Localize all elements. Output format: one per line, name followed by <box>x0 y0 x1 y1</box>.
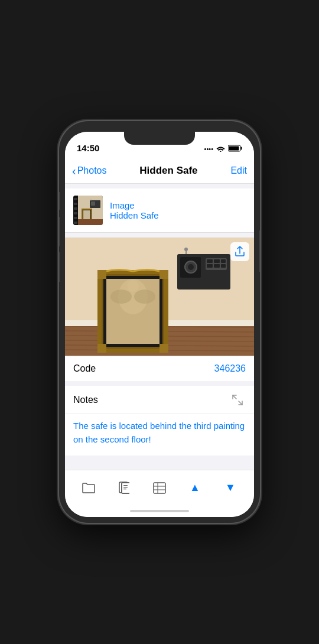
photo-container: Code 346236 <box>65 238 254 381</box>
phone-screen: 14:50 •••• <box>65 132 254 517</box>
code-row: Code 346236 <box>65 356 254 381</box>
home-bar <box>130 510 189 512</box>
notes-label: Notes <box>73 395 98 405</box>
svg-rect-2 <box>241 147 242 150</box>
code-value: 346236 <box>214 363 246 374</box>
thumbnail <box>73 196 103 225</box>
svg-rect-50 <box>97 270 106 279</box>
share-button[interactable] <box>230 242 249 261</box>
up-arrow-icon: ▲ <box>190 482 200 494</box>
signal-icon: •••• <box>204 145 213 152</box>
svg-rect-37 <box>207 264 213 268</box>
svg-rect-6 <box>74 198 77 200</box>
side-volume-down-button <box>59 252 60 282</box>
down-button[interactable]: ▼ <box>219 476 242 500</box>
svg-point-29 <box>184 248 188 251</box>
notes-header: Notes <box>65 386 254 414</box>
svg-point-49 <box>134 290 155 304</box>
svg-point-15 <box>90 200 92 201</box>
down-arrow-icon: ▼ <box>225 482 236 494</box>
back-button[interactable]: ‹ Photos <box>72 165 106 177</box>
svg-rect-64 <box>123 487 128 487</box>
phone-shell: 14:50 •••• <box>59 121 260 523</box>
nav-title: Hidden Safe <box>139 165 197 177</box>
side-power-button <box>259 230 260 272</box>
svg-point-0 <box>220 151 222 152</box>
svg-rect-65 <box>123 489 126 489</box>
notes-section: Notes The safe is located behind the thi… <box>65 386 254 456</box>
back-chevron-icon: ‹ <box>72 165 76 177</box>
svg-line-55 <box>239 401 242 405</box>
svg-rect-8 <box>74 207 77 210</box>
svg-rect-62 <box>122 483 129 493</box>
svg-rect-39 <box>221 264 226 268</box>
document-button[interactable] <box>112 476 136 500</box>
svg-rect-63 <box>123 485 128 486</box>
svg-rect-53 <box>160 344 168 353</box>
svg-rect-10 <box>74 217 77 219</box>
nav-bar: ‹ Photos Hidden Safe Edit <box>65 158 254 184</box>
svg-rect-19 <box>78 219 103 225</box>
svg-rect-11 <box>74 222 77 224</box>
list-button[interactable] <box>148 476 171 500</box>
expand-button[interactable] <box>229 392 246 408</box>
battery-icon <box>228 145 242 153</box>
main-photo <box>65 238 254 356</box>
status-time: 14:50 <box>77 143 99 154</box>
image-type-label: Image <box>110 200 159 210</box>
svg-rect-7 <box>74 203 77 205</box>
status-icons: •••• <box>204 145 242 154</box>
code-label: Code <box>73 363 96 374</box>
svg-point-47 <box>127 280 139 292</box>
image-header-section: Image Hidden Safe <box>65 188 254 233</box>
image-info: Image Hidden Safe <box>110 200 159 220</box>
up-button[interactable]: ▲ <box>183 476 207 500</box>
svg-rect-3 <box>229 147 239 151</box>
home-indicator <box>65 505 254 517</box>
side-mute-button <box>59 192 60 210</box>
notes-body: The safe is located behind the third pai… <box>65 414 254 456</box>
wifi-icon <box>216 145 225 153</box>
back-label: Photos <box>77 165 107 176</box>
svg-rect-66 <box>154 483 165 493</box>
svg-rect-38 <box>214 264 220 268</box>
svg-rect-18 <box>83 210 90 220</box>
svg-rect-14 <box>91 201 95 206</box>
svg-point-48 <box>110 290 132 304</box>
bottom-toolbar: ▲ ▼ <box>65 470 254 505</box>
content-area: Image Hidden Safe <box>65 184 254 470</box>
bottom-spacer <box>65 456 254 470</box>
svg-rect-36 <box>221 259 226 263</box>
image-name-label: Hidden Safe <box>110 210 159 220</box>
svg-rect-35 <box>214 259 220 263</box>
folder-button[interactable] <box>77 476 100 500</box>
svg-rect-51 <box>160 270 168 279</box>
notes-text: The safe is located behind the third pai… <box>65 414 254 456</box>
svg-rect-52 <box>97 344 106 353</box>
svg-rect-9 <box>74 212 77 214</box>
svg-line-54 <box>233 395 236 399</box>
svg-rect-34 <box>207 259 213 263</box>
edit-button[interactable]: Edit <box>230 165 247 176</box>
notch <box>124 132 195 145</box>
side-volume-up-button <box>59 217 60 246</box>
svg-point-41 <box>188 264 194 270</box>
